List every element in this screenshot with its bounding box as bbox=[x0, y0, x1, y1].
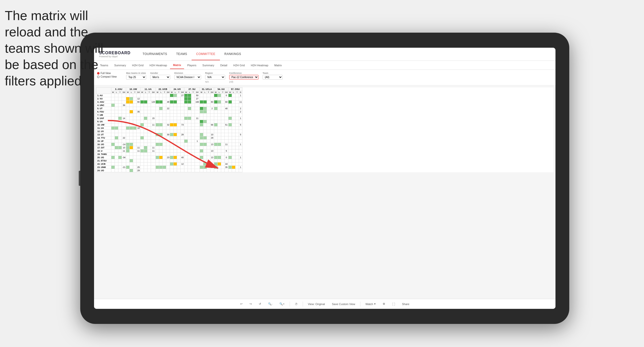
matrix-cell bbox=[221, 143, 224, 146]
matrix-cell: -21 bbox=[122, 166, 126, 169]
matrix-cell bbox=[166, 149, 170, 153]
matrix-cell bbox=[122, 127, 126, 130]
matrix-cell bbox=[147, 97, 151, 100]
matrix-cell bbox=[203, 133, 207, 136]
matrix-cell bbox=[239, 130, 242, 133]
sub-col-ua-dif: Dif bbox=[151, 91, 156, 94]
matrix-cell bbox=[133, 149, 137, 153]
matrix-cell bbox=[166, 159, 170, 162]
reset-btn[interactable]: ↺ bbox=[257, 301, 263, 307]
redo-btn[interactable]: ↪ bbox=[248, 301, 254, 307]
zoom-in-btn[interactable]: 🔍+ bbox=[277, 301, 286, 307]
matrix-cell bbox=[239, 113, 242, 117]
nav-teams[interactable]: TEAMS bbox=[172, 48, 192, 60]
matrix-cell: 51 bbox=[224, 123, 228, 127]
sub-nav-h2h-heatmap1[interactable]: H2H Heatmap bbox=[146, 62, 170, 69]
sub-nav-h2h-grid2[interactable]: H2H Grid bbox=[230, 62, 248, 69]
sub-col-asu-dif: Dif bbox=[122, 91, 126, 94]
division-select[interactable]: NCAA Division I NCAA Division II NCAA Di… bbox=[174, 75, 201, 80]
matrix-cell bbox=[191, 130, 195, 133]
matrix-cell bbox=[137, 153, 140, 156]
matrix-cell bbox=[133, 100, 137, 104]
sub-nav-summary1[interactable]: Summary bbox=[111, 62, 129, 69]
matrix-cell bbox=[126, 166, 130, 169]
gender-select[interactable]: Men's Women's bbox=[150, 75, 170, 80]
timer-btn[interactable]: ⏱ bbox=[293, 302, 300, 307]
matrix-cell bbox=[159, 143, 163, 146]
matrix-cell bbox=[232, 130, 235, 133]
matrix-cell bbox=[207, 104, 210, 107]
matrix-cell bbox=[217, 97, 221, 100]
sub-nav-h2h-grid1[interactable]: H2H Grid bbox=[129, 62, 146, 69]
matrix-cell bbox=[191, 117, 195, 120]
matrix-cell bbox=[126, 149, 130, 153]
row-header: 1. AU bbox=[96, 94, 111, 97]
matrix-cell bbox=[228, 113, 232, 117]
share-btn[interactable]: Share bbox=[400, 302, 411, 307]
sub-col-ucla-w: W bbox=[200, 91, 203, 94]
matrix-cell bbox=[156, 97, 159, 100]
options-btn[interactable]: ⚙ bbox=[381, 301, 387, 307]
matrix-cell bbox=[151, 162, 156, 166]
matrix-cell bbox=[133, 123, 137, 127]
watch-btn[interactable]: Watch ▾ bbox=[363, 301, 378, 307]
view-original-btn[interactable]: View: Original bbox=[306, 302, 327, 307]
toolbar-sep1 bbox=[290, 302, 290, 307]
matrix-cell bbox=[207, 146, 210, 149]
matrix-cell: 0 bbox=[224, 156, 228, 159]
matrix-area[interactable]: 3. ASU 10. UW 11. UA 22. UCB 24. UO 27. … bbox=[94, 85, 555, 299]
matrix-cell: 40 bbox=[181, 156, 184, 159]
undo-btn[interactable]: ↩ bbox=[238, 301, 245, 307]
matrix-cell bbox=[214, 166, 217, 169]
matrix-cell: 10 bbox=[210, 133, 214, 136]
nav-rankings[interactable]: RANKINGS bbox=[220, 48, 246, 60]
matrix-cell bbox=[210, 120, 214, 123]
matrix-cell bbox=[140, 149, 144, 153]
sub-col-ucla-t: T bbox=[207, 91, 210, 94]
matrix-cell bbox=[203, 94, 207, 97]
sub-nav-players[interactable]: Players bbox=[184, 62, 199, 69]
matrix-cell bbox=[221, 169, 224, 172]
matrix-cell bbox=[126, 140, 130, 143]
row-header: 16. UO bbox=[96, 143, 111, 146]
sub-nav-detail[interactable]: Detail bbox=[217, 62, 230, 69]
matrix-cell bbox=[207, 120, 210, 123]
matrix-cell bbox=[130, 133, 133, 136]
matrix-cell bbox=[214, 153, 217, 156]
matrix-cell bbox=[147, 149, 151, 153]
matrix-cell bbox=[140, 146, 144, 149]
gender-label: Gender bbox=[150, 72, 170, 74]
matrix-cell bbox=[144, 97, 147, 100]
matrix-cell bbox=[147, 100, 151, 104]
sub-nav-matrix2[interactable]: Matrix bbox=[271, 62, 285, 69]
sub-nav-h2h-heatmap2[interactable]: H2H Heatmap bbox=[248, 62, 271, 69]
nav-committee[interactable]: COMMITTEE bbox=[192, 48, 220, 60]
matrix-cell: 12 bbox=[137, 97, 140, 100]
expand-btn[interactable]: ⛶ bbox=[390, 302, 397, 307]
region-select[interactable]: N/A East West South Midwest bbox=[205, 75, 225, 80]
nav-tournaments[interactable]: TOURNAMENTS bbox=[138, 48, 172, 60]
matrix-cell bbox=[195, 133, 200, 136]
matrix-cell bbox=[118, 166, 122, 169]
sub-nav-summary2[interactable]: Summary bbox=[199, 62, 217, 69]
row-header: 18. U bbox=[96, 149, 111, 153]
matrix-cell bbox=[177, 136, 181, 140]
matrix-cell: 40 bbox=[224, 107, 228, 110]
matrix-cell bbox=[163, 153, 166, 156]
team-select[interactable]: (All) bbox=[263, 75, 283, 80]
max-teams-select[interactable]: Top 25 Top 50 All bbox=[126, 75, 146, 80]
sub-nav-matrix1[interactable]: Matrix bbox=[170, 62, 184, 69]
sub-col-osu-w: W bbox=[228, 91, 232, 94]
matrix-cell bbox=[214, 133, 217, 136]
row-header: 24. UO bbox=[96, 169, 111, 172]
matrix-cell bbox=[232, 133, 235, 136]
table-row: 2. VU1227 bbox=[96, 97, 243, 100]
row-header: 3. ASU bbox=[96, 100, 111, 104]
matrix-cell bbox=[177, 120, 181, 123]
matrix-cell bbox=[130, 140, 133, 143]
matrix-cell bbox=[140, 159, 144, 162]
zoom-out-btn[interactable]: 🔍- bbox=[266, 301, 275, 307]
conference-select[interactable]: Pac-12 Conference (All) ACC Big Ten Big … bbox=[229, 75, 259, 80]
save-custom-btn[interactable]: Save Custom View bbox=[330, 302, 357, 307]
matrix-cell bbox=[156, 94, 159, 97]
